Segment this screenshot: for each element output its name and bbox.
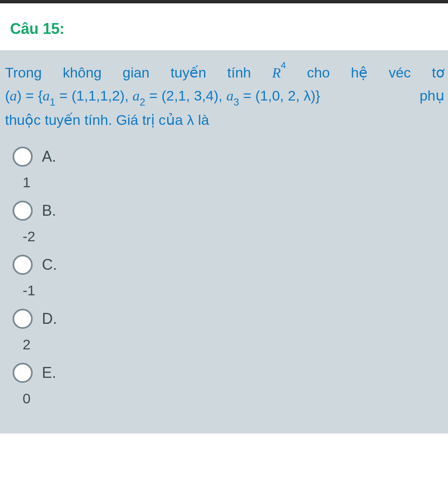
prompt-word-math: R4 [272, 61, 286, 84]
option-label: A. [42, 148, 56, 165]
prompt-word: tính [227, 61, 251, 84]
prompt-word: phụ [420, 84, 445, 108]
option-value: 1 [23, 174, 445, 191]
option-c[interactable]: C. [13, 255, 445, 275]
prompt-word: gian [122, 61, 149, 84]
radio-icon[interactable] [13, 309, 33, 329]
window-top-bar [0, 0, 448, 3]
prompt-line-1: Trong không gian tuyến tính R4 cho hệ vé… [5, 61, 445, 84]
radio-icon[interactable] [13, 147, 33, 167]
prompt-word: tuyến [171, 61, 206, 84]
radio-icon[interactable] [13, 363, 33, 383]
prompt-word: cho [307, 61, 330, 84]
prompt-word: hệ [351, 61, 368, 84]
option-e[interactable]: E. [13, 363, 445, 383]
radio-icon[interactable] [13, 201, 33, 221]
question-prompt: Trong không gian tuyến tính R4 cho hệ vé… [5, 61, 445, 132]
option-label: D. [42, 310, 57, 328]
radio-icon[interactable] [13, 255, 33, 275]
prompt-word: véc [388, 61, 411, 84]
prompt-word: tơ [432, 61, 444, 84]
option-a[interactable]: A. [13, 147, 445, 167]
question-number: Câu 15: [10, 20, 438, 38]
options-list: A. 1 B. -2 C. -1 D. 2 E. 0 [5, 147, 445, 407]
prompt-word: Trong [5, 61, 42, 84]
option-d[interactable]: D. [13, 309, 445, 329]
option-value: -1 [23, 282, 445, 299]
option-label: B. [42, 202, 56, 220]
question-body: Trong không gian tuyến tính R4 cho hệ vé… [0, 50, 448, 434]
option-label: C. [42, 256, 57, 274]
option-b[interactable]: B. [13, 201, 445, 221]
prompt-line-2: (a) = {a1 = (1,1,1,2), a2 = (2,1, 3,4), … [5, 84, 445, 108]
prompt-line-3: thuộc tuyến tính. Giá trị của λ là [5, 108, 445, 131]
option-value: -2 [23, 228, 445, 245]
question-header: Câu 15: [0, 3, 448, 50]
math-expression: (a) = {a1 = (1,1,1,2), a2 = (2,1, 3,4), … [5, 84, 320, 108]
prompt-word: không [63, 61, 102, 84]
option-value: 0 [23, 390, 445, 407]
option-label: E. [42, 364, 56, 382]
option-value: 2 [23, 336, 445, 353]
